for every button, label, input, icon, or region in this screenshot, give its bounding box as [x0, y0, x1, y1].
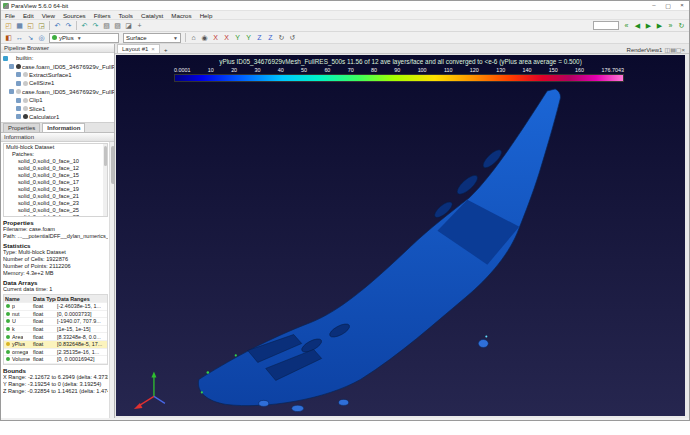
hierarchy-item[interactable]: solid_0,solid_0_face_23 — [4, 200, 107, 207]
hierarchy-item[interactable]: solid_0,solid_0_face_21 — [4, 193, 107, 200]
source-icon — [16, 81, 21, 86]
set-view-minus-z-icon[interactable]: Z — [265, 33, 276, 43]
select-surface-cells-icon[interactable]: ▧ — [101, 21, 112, 31]
pipeline-item[interactable]: case.foam_ID05_34676929v_FullRES_50 — [1, 88, 114, 96]
menu-item[interactable]: Tools — [115, 12, 137, 19]
eye-icon[interactable] — [16, 64, 21, 69]
redo-icon[interactable]: ↷ — [63, 21, 74, 31]
data-array-row[interactable]: U float [-1940.07, 707.9... — [4, 318, 107, 326]
set-view-plus-z-icon[interactable]: Z — [254, 33, 265, 43]
interact-icon[interactable]: + — [134, 21, 145, 31]
hierarchy-item[interactable]: solid_0,solid_0_face_19 — [4, 186, 107, 193]
add-layout-tab-button[interactable]: + — [160, 47, 172, 53]
rescale-to-data-range-icon[interactable]: ↔ — [14, 33, 25, 43]
close-button[interactable]: × — [675, 2, 689, 9]
rescale-to-custom-range-icon[interactable]: ↘ — [25, 33, 36, 43]
hierarchy-item[interactable]: solid_0,solid_0_face_15 — [4, 172, 107, 179]
select-surface-points-icon[interactable]: ▨ — [112, 21, 123, 31]
eye-icon[interactable] — [10, 56, 15, 61]
data-array-row[interactable]: Area float [8.33248e-8, 0.0... — [4, 333, 107, 341]
first-frame-icon[interactable]: « — [621, 21, 632, 31]
tab-properties[interactable]: Properties — [3, 123, 40, 132]
colorbar-gradient[interactable] — [174, 74, 624, 82]
rotate-90-ccw-icon[interactable]: ↺ — [287, 33, 298, 43]
eye-icon[interactable] — [23, 72, 28, 77]
data-array-row[interactable]: Volume float [0, 0.00016942] — [4, 356, 107, 364]
menu-item[interactable]: Macros — [167, 12, 195, 19]
menu-item[interactable]: Help — [196, 12, 217, 19]
reset-camera-icon[interactable]: ⌂ — [188, 33, 199, 43]
set-view-minus-x-icon[interactable]: X — [221, 33, 232, 43]
titlebar[interactable]: ParaView 5.6.0 64-bit – ▢ × — [1, 1, 689, 11]
statistics-line: Number of Points: 2112206 — [3, 263, 108, 270]
aircraft-model[interactable] — [116, 55, 685, 416]
colorbar-tick: 160 — [575, 67, 584, 73]
set-view-plus-x-icon[interactable]: X — [210, 33, 221, 43]
close-tab-icon[interactable]: × — [151, 46, 155, 52]
save-file-icon[interactable]: ▦ — [14, 21, 25, 31]
eye-icon[interactable] — [23, 114, 28, 119]
hierarchy-item[interactable]: solid_0,solid_0_face_10 — [4, 158, 107, 165]
last-frame-icon[interactable]: » — [665, 21, 676, 31]
open-file-icon[interactable]: ◰ — [3, 21, 14, 31]
load-state-icon[interactable]: ◱ — [25, 21, 36, 31]
menu-item[interactable]: Filters — [90, 12, 115, 19]
data-array-row[interactable]: yPlus float [0.832648e-5, 17... — [4, 341, 107, 349]
menu-item[interactable]: File — [1, 12, 19, 19]
pipeline-item[interactable]: case.foam_ID05_34676929v_FullRES_50 — [1, 62, 114, 70]
rescale-to-visible-range-icon[interactable]: ◎ — [36, 33, 47, 43]
pipeline-item-label: case.foam_ID05_34676929v_FullRES_50 — [22, 89, 114, 95]
hierarchy-item[interactable]: Patches: — [4, 151, 107, 158]
hierarchy-item[interactable]: solid_0,solid_0_face_27 — [4, 214, 107, 217]
hierarchy-item[interactable]: Multi-block Dataset — [4, 144, 107, 151]
data-array-row[interactable]: p float [-2.46038e-15, 1... — [4, 303, 107, 311]
data-array-row[interactable]: omega float [2.35135e-16, 1... — [4, 349, 107, 357]
zoom-to-data-icon[interactable]: ◉ — [199, 33, 210, 43]
hierarchy-item[interactable]: solid_0,solid_0_face_25 — [4, 207, 107, 214]
data-array-row[interactable]: nut float [0, 0.0003733] — [4, 311, 107, 319]
eye-icon[interactable] — [16, 89, 21, 94]
save-state-icon[interactable]: ◲ — [36, 21, 47, 31]
coloring-field-combo[interactable]: yPlus ▼ — [49, 33, 119, 43]
hierarchy-item[interactable]: solid_0,solid_0_face_17 — [4, 179, 107, 186]
play-icon[interactable]: ▶ — [643, 21, 654, 31]
pipeline-item[interactable]: builtin: — [1, 54, 114, 62]
colorbar-tick: 100 — [418, 67, 427, 73]
pipeline-item[interactable]: CellSize1 — [1, 79, 114, 87]
data-array-row[interactable]: k float [1e-15, 1e-15] — [4, 326, 107, 334]
close-view-icon[interactable]: × — [681, 47, 685, 53]
pipeline-item[interactable]: Slice1 — [1, 104, 114, 112]
representation-combo[interactable]: Surface ▼ — [123, 33, 181, 43]
edit-color-map-icon[interactable]: ◧ — [3, 33, 14, 43]
tab-information[interactable]: Information — [42, 123, 85, 132]
time-value-input[interactable] — [593, 21, 619, 30]
pipeline-item[interactable]: ExtractSurface1 — [1, 71, 114, 79]
select-frustum-icon[interactable]: ◪ — [123, 21, 134, 31]
rotate-90-cw-icon[interactable]: ↻ — [276, 33, 287, 43]
previous-frame-icon[interactable]: ◀ — [632, 21, 643, 31]
set-view-minus-y-icon[interactable]: Y — [243, 33, 254, 43]
hierarchy-item[interactable]: solid_0,solid_0_face_12 — [4, 165, 107, 172]
set-view-plus-y-icon[interactable]: Y — [232, 33, 243, 43]
menu-item[interactable]: Sources — [59, 12, 90, 19]
eye-icon[interactable] — [23, 98, 28, 103]
pipeline-item[interactable]: Calculator1 — [1, 113, 114, 121]
minimize-button[interactable]: – — [647, 2, 661, 9]
loop-icon[interactable]: ↻ — [676, 21, 687, 31]
camera-undo-icon[interactable]: ↶ — [79, 21, 90, 31]
eye-icon[interactable] — [23, 106, 28, 111]
camera-redo-icon[interactable]: ↷ — [90, 21, 101, 31]
information-scrollbar[interactable] — [109, 142, 114, 418]
pipeline-item[interactable]: Clip1 — [1, 96, 114, 104]
menu-item[interactable]: Catalyst — [137, 12, 167, 19]
menu-item[interactable]: View — [38, 12, 59, 19]
eye-icon[interactable] — [23, 81, 28, 86]
next-frame-icon[interactable]: ▶ — [654, 21, 665, 31]
render-view[interactable]: yPlus ID05_34676929vMesh_FullRES_500s 11… — [116, 55, 685, 416]
tab-layout-1[interactable]: Layout #1 × — [117, 44, 160, 53]
hierarchy-scrollbar[interactable] — [103, 144, 107, 216]
maximize-button[interactable]: ▢ — [661, 2, 675, 9]
view-annotation: yPlus ID05_34676929vMesh_FullRES_500s 11… — [116, 58, 685, 65]
undo-icon[interactable]: ↶ — [52, 21, 63, 31]
menu-item[interactable]: Edit — [19, 12, 38, 19]
